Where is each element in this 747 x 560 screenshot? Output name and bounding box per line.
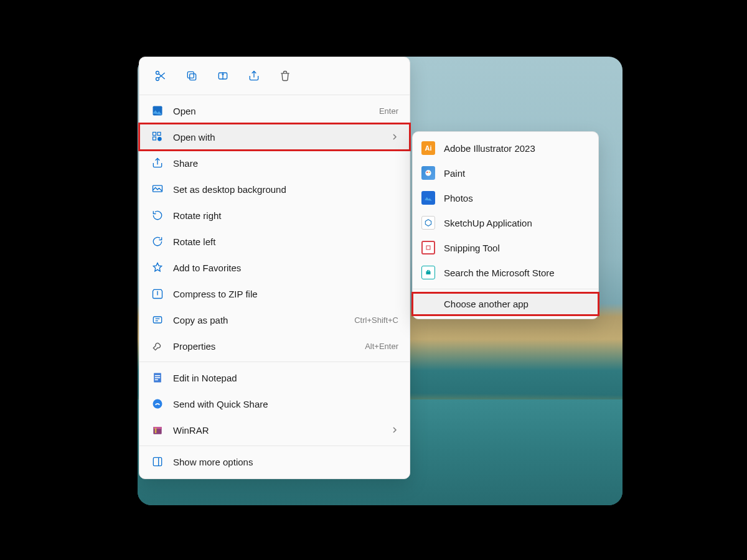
openwith-illustrator[interactable]: Ai Adobe Illustrator 2023 (413, 136, 598, 161)
chevron-right-icon (391, 132, 398, 142)
svg-rect-18 (153, 427, 161, 429)
menu-show-more-label: Show more options (173, 457, 398, 467)
copy-button[interactable] (184, 68, 199, 83)
cut-button[interactable] (153, 68, 168, 83)
menu-favorites-label: Add to Favorites (173, 263, 398, 273)
openwith-store-label: Search the Microsoft Store (444, 268, 588, 278)
svg-rect-8 (153, 137, 156, 140)
show-more-icon (151, 455, 164, 469)
openwith-photos[interactable]: Photos (413, 185, 598, 210)
openwith-paint-label: Paint (444, 168, 588, 179)
chevron-right-icon (391, 425, 398, 436)
photos-icon (151, 104, 164, 118)
rotate-right-icon (151, 208, 164, 222)
menu-copy-path[interactable]: Copy as path Ctrl+Shift+C (139, 307, 410, 333)
svg-point-22 (426, 172, 428, 173)
menu-properties-shortcut: Alt+Enter (365, 342, 398, 351)
openwith-store[interactable]: Search the Microsoft Store (413, 260, 598, 285)
paint-icon (421, 166, 435, 180)
menu-notepad[interactable]: Edit in Notepad (139, 365, 410, 391)
menu-set-background[interactable]: Set as desktop background (139, 176, 410, 202)
menu-quick-share[interactable]: Send with Quick Share (139, 391, 410, 417)
menu-compress[interactable]: Compress to ZIP file (139, 281, 410, 307)
menu-open-with-label: Open with (173, 132, 382, 142)
menu-open[interactable]: Open Enter (139, 98, 410, 124)
copy-icon (186, 70, 198, 82)
svg-point-21 (425, 170, 431, 175)
share-menu-icon (151, 156, 164, 170)
rename-button[interactable] (215, 68, 230, 83)
notepad-icon (151, 371, 164, 385)
openwith-photos-label: Photos (444, 193, 588, 203)
menu-rotate-left[interactable]: Rotate left (139, 228, 410, 254)
svg-rect-6 (153, 133, 156, 136)
menu-open-shortcut: Enter (379, 106, 398, 116)
wrench-icon (151, 339, 164, 353)
menu-rotate-right-label: Rotate right (173, 210, 398, 221)
menu-divider (139, 95, 410, 95)
menu-add-favorites[interactable]: Add to Favorites (139, 254, 410, 281)
openwith-snip-label: Snipping Tool (444, 243, 588, 253)
quick-share-icon (151, 397, 164, 411)
svg-rect-7 (157, 133, 161, 136)
menu-rotate-right[interactable]: Rotate right (139, 202, 410, 228)
menu-winrar[interactable]: WinRAR (139, 417, 410, 443)
choose-another-label: Choose another app (444, 299, 588, 309)
choose-another-app[interactable]: Choose another app (413, 293, 598, 315)
menu-properties[interactable]: Properties Alt+Enter (139, 333, 410, 359)
svg-point-0 (156, 78, 159, 81)
cut-icon (154, 70, 167, 82)
menu-set-bg-label: Set as desktop background (173, 184, 398, 195)
menu-open-label: Open (173, 106, 370, 116)
openwith-snipping[interactable]: Snipping Tool (413, 235, 598, 260)
menu-compress-label: Compress to ZIP file (173, 289, 398, 299)
menu-share[interactable]: Share (139, 150, 410, 176)
svg-point-1 (156, 72, 159, 75)
svg-rect-20 (153, 457, 161, 465)
svg-point-9 (157, 137, 162, 141)
openwith-sketchup-label: SketchUp Application (444, 218, 588, 228)
illustrator-icon: Ai (421, 141, 435, 155)
rotate-left-icon (151, 235, 164, 248)
openwith-paint[interactable]: Paint (413, 161, 598, 185)
context-menu: Open Enter Open with Share Set as desk (139, 57, 410, 479)
store-icon (421, 266, 435, 279)
wallpaper-icon (151, 182, 164, 196)
svg-rect-26 (428, 271, 430, 272)
svg-rect-14 (155, 377, 160, 378)
svg-rect-19 (155, 428, 157, 433)
menu-notepad-label: Edit in Notepad (173, 373, 398, 383)
photos-app-icon (421, 191, 435, 205)
menu-copy-path-shortcut: Ctrl+Shift+C (354, 315, 398, 325)
menu-properties-label: Properties (173, 341, 356, 352)
open-with-icon (151, 130, 164, 144)
svg-rect-13 (155, 375, 160, 376)
menu-share-label: Share (173, 158, 398, 169)
menu-show-more[interactable]: Show more options (139, 449, 410, 475)
svg-rect-24 (426, 246, 430, 250)
copy-path-icon (151, 313, 164, 327)
svg-point-23 (429, 172, 430, 173)
menu-divider (413, 289, 598, 289)
zip-icon (151, 287, 164, 301)
menu-rotate-left-label: Rotate left (173, 236, 398, 247)
menu-open-with[interactable]: Open with (139, 124, 410, 150)
openwith-illustrator-label: Adobe Illustrator 2023 (444, 143, 588, 154)
star-icon (151, 261, 164, 274)
svg-rect-3 (187, 72, 194, 78)
openwith-sketchup[interactable]: SketchUp Application (413, 210, 598, 235)
context-toolbar (139, 61, 410, 92)
svg-rect-15 (155, 380, 158, 381)
svg-rect-11 (153, 317, 161, 323)
delete-button[interactable] (278, 68, 293, 83)
snipping-tool-icon (421, 241, 435, 254)
share-toolbar-button[interactable] (247, 68, 261, 83)
delete-icon (279, 70, 291, 82)
svg-rect-2 (190, 74, 196, 80)
rename-icon (217, 70, 229, 82)
open-with-submenu: Ai Adobe Illustrator 2023 Paint Photos S… (412, 131, 599, 319)
menu-copy-path-label: Copy as path (173, 315, 345, 325)
menu-quick-share-label: Send with Quick Share (173, 399, 398, 409)
menu-winrar-label: WinRAR (173, 425, 382, 436)
share-icon (248, 70, 260, 82)
